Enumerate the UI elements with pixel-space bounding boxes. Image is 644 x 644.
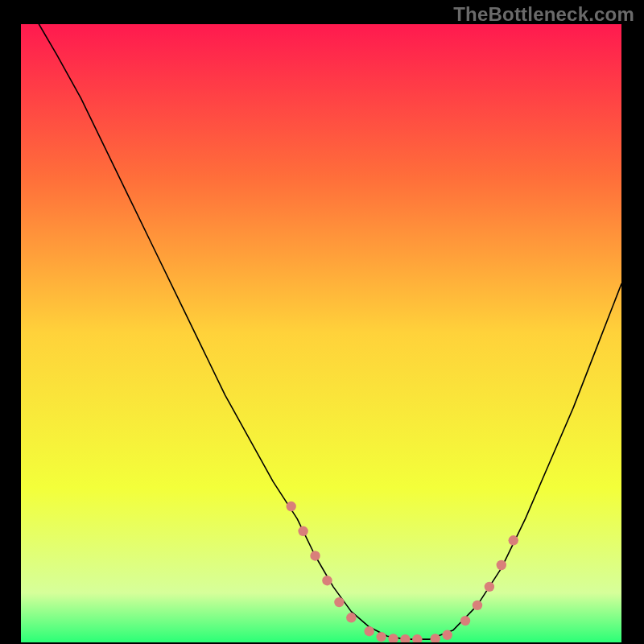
chart-svg [21, 24, 621, 642]
data-marker [310, 551, 320, 560]
data-marker [364, 626, 374, 636]
data-marker [485, 582, 494, 592]
watermark-text: TheBottleneck.com [453, 3, 634, 26]
data-marker [442, 630, 452, 640]
data-marker [334, 597, 344, 607]
data-marker [287, 502, 296, 511]
data-marker [460, 616, 470, 625]
data-marker [497, 560, 506, 570]
data-marker [322, 576, 332, 585]
data-marker [376, 632, 386, 642]
data-marker [473, 601, 482, 610]
plot-area [21, 24, 621, 642]
data-marker [346, 613, 356, 622]
data-marker [298, 526, 308, 536]
gradient-background [21, 24, 621, 642]
chart-container: TheBottleneck.com [0, 0, 644, 644]
data-marker [509, 535, 518, 545]
